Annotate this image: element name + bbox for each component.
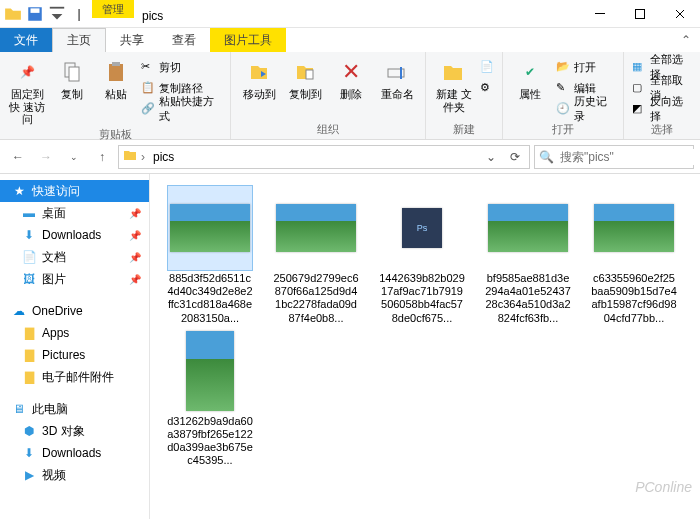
file-list[interactable]: 885d3f52d6511c4d40c349d2e8e2ffc31cd818a4…: [150, 174, 700, 519]
rename-button[interactable]: 重命名: [375, 54, 419, 101]
invert-selection-button[interactable]: ◩反向选择: [630, 100, 694, 118]
sidebar-item-quick-access[interactable]: ★快速访问: [0, 180, 149, 202]
qat-dropdown-icon[interactable]: [48, 5, 66, 23]
svg-rect-4: [636, 9, 645, 18]
close-button[interactable]: [660, 0, 700, 27]
copy-to-button[interactable]: 复制到: [283, 54, 327, 101]
navigation-pane: ★快速访问 ▬桌面📌 ⬇Downloads📌 📄文档📌 🖼图片📌 ☁OneDri…: [0, 174, 150, 519]
video-icon: ▶: [22, 468, 36, 482]
copy-button[interactable]: 复制: [50, 54, 92, 101]
download-icon: ⬇: [22, 228, 36, 242]
file-item[interactable]: 885d3f52d6511c4d40c349d2e8e2ffc31cd818a4…: [166, 186, 254, 325]
sidebar-item-pictures[interactable]: 🖼图片📌: [0, 268, 149, 290]
tab-picture-tools[interactable]: 图片工具: [210, 28, 286, 52]
tab-file[interactable]: 文件: [0, 28, 52, 52]
picture-icon: 🖼: [22, 272, 36, 286]
folder-icon: ▇: [22, 370, 36, 384]
watermark: PConline: [635, 479, 692, 495]
pin-icon: 📌: [129, 230, 141, 241]
back-button[interactable]: ←: [6, 145, 30, 169]
file-name: 250679d2799ec6870f66a125d9d41bc2278fada0…: [272, 272, 360, 325]
svg-rect-9: [306, 70, 313, 79]
sidebar-item-pictures2[interactable]: ▇Pictures: [0, 344, 149, 366]
new-item-button[interactable]: 📄: [478, 58, 496, 76]
svg-rect-6: [69, 67, 79, 81]
sidebar-item-desktop[interactable]: ▬桌面📌: [0, 202, 149, 224]
sidebar-item-3d-objects[interactable]: ⬢3D 对象: [0, 420, 149, 442]
properties-button[interactable]: ✔属性: [509, 54, 551, 101]
file-item[interactable]: Ps1442639b82b02917af9ac71b7919506058bb4f…: [378, 186, 466, 325]
download-icon: ⬇: [22, 446, 36, 460]
paste-button[interactable]: 粘贴: [95, 54, 137, 101]
pin-quick-access-button[interactable]: 📌固定到快 速访问: [6, 54, 48, 126]
breadcrumb[interactable]: pics: [149, 150, 178, 164]
document-icon: 📄: [22, 250, 36, 264]
sidebar-item-downloads[interactable]: ⬇Downloads📌: [0, 224, 149, 246]
file-name: c63355960e2f25baa5909b15d7e4afb15987cf96…: [590, 272, 678, 325]
folder-icon: [123, 148, 137, 165]
recent-dropdown[interactable]: ⌄: [62, 145, 86, 169]
group-label-select: 选择: [630, 121, 694, 139]
pc-icon: 🖥: [12, 402, 26, 416]
cut-button[interactable]: ✂剪切: [139, 58, 224, 76]
svg-rect-8: [112, 62, 120, 66]
forward-button[interactable]: →: [34, 145, 58, 169]
tab-share[interactable]: 共享: [106, 28, 158, 52]
paste-shortcut-button[interactable]: 🔗粘贴快捷方式: [139, 100, 224, 118]
sidebar-item-documents[interactable]: 📄文档📌: [0, 246, 149, 268]
maximize-button[interactable]: [620, 0, 660, 27]
cube-icon: ⬢: [22, 424, 36, 438]
sidebar-item-this-pc[interactable]: 🖥此电脑: [0, 398, 149, 420]
pin-icon: 📌: [129, 274, 141, 285]
group-label-clipboard: 剪贴板: [6, 126, 224, 144]
star-icon: ★: [12, 184, 26, 198]
new-folder-button[interactable]: 新建 文件夹: [432, 54, 476, 113]
up-button[interactable]: ↑: [90, 145, 114, 169]
sidebar-item-apps[interactable]: ▇Apps: [0, 322, 149, 344]
group-label-open: 打开: [509, 121, 617, 139]
folder-icon: ▇: [22, 348, 36, 362]
sidebar-item-videos[interactable]: ▶视频: [0, 464, 149, 486]
group-label-new: 新建: [432, 121, 496, 139]
file-name: d31262b9a9da60a3879fbf265e122d0a399ae3b6…: [166, 415, 254, 468]
collapse-ribbon-button[interactable]: ⌃: [672, 28, 700, 52]
folder-icon: [4, 5, 22, 23]
context-category: 管理: [92, 0, 134, 18]
sidebar-item-onedrive[interactable]: ☁OneDrive: [0, 300, 149, 322]
divider-icon: |: [70, 5, 88, 23]
address-bar[interactable]: › pics ⌄ ⟳: [118, 145, 530, 169]
pin-icon: 📌: [129, 208, 141, 219]
search-icon: 🔍: [539, 150, 554, 164]
file-item[interactable]: bf9585ae881d3e294a4a01e5243728c364a510d3…: [484, 186, 572, 325]
file-item[interactable]: d31262b9a9da60a3879fbf265e122d0a399ae3b6…: [166, 329, 254, 468]
search-input[interactable]: [558, 149, 700, 165]
svg-rect-7: [109, 64, 123, 81]
file-item[interactable]: 250679d2799ec6870f66a125d9d41bc2278fada0…: [272, 186, 360, 325]
file-name: bf9585ae881d3e294a4a01e5243728c364a510d3…: [484, 272, 572, 325]
svg-rect-1: [31, 8, 40, 13]
tab-home[interactable]: 主页: [52, 28, 106, 52]
window-title: pics: [134, 5, 171, 27]
svg-rect-11: [400, 67, 402, 79]
minimize-button[interactable]: [580, 0, 620, 27]
history-button[interactable]: 🕘历史记录: [554, 100, 618, 118]
refresh-button[interactable]: ⟳: [505, 150, 525, 164]
address-dropdown[interactable]: ⌄: [481, 150, 501, 164]
tab-view[interactable]: 查看: [158, 28, 210, 52]
search-box[interactable]: 🔍: [534, 145, 694, 169]
cloud-icon: ☁: [12, 304, 26, 318]
sidebar-item-email[interactable]: ▇电子邮件附件: [0, 366, 149, 388]
group-label-organize: 组织: [237, 121, 419, 139]
delete-button[interactable]: ✕删除: [329, 54, 373, 101]
desktop-icon: ▬: [22, 206, 36, 220]
open-button[interactable]: 📂打开: [554, 58, 618, 76]
move-to-button[interactable]: 移动到: [237, 54, 281, 101]
file-item[interactable]: c63355960e2f25baa5909b15d7e4afb15987cf96…: [590, 186, 678, 325]
easy-access-button[interactable]: ⚙: [478, 79, 496, 97]
folder-icon: ▇: [22, 326, 36, 340]
sidebar-item-downloads2[interactable]: ⬇Downloads: [0, 442, 149, 464]
file-name: 885d3f52d6511c4d40c349d2e8e2ffc31cd818a4…: [166, 272, 254, 325]
svg-rect-2: [50, 6, 64, 8]
file-name: 1442639b82b02917af9ac71b7919506058bb4fac…: [378, 272, 466, 325]
save-icon[interactable]: [26, 5, 44, 23]
